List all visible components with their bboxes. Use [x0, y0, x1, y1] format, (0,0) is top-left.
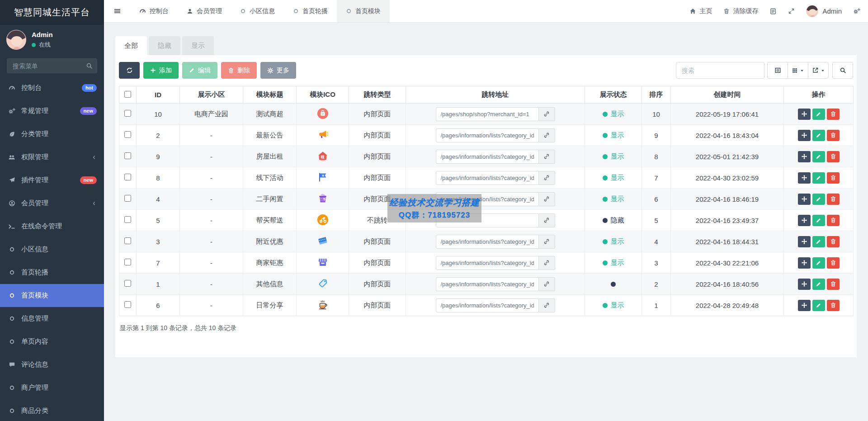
- sidebar-item-7[interactable]: 小区信息: [0, 238, 104, 261]
- sidebar-item-13[interactable]: 商户管理: [0, 376, 104, 399]
- sidebar-item-3[interactable]: 权限管理: [0, 146, 104, 169]
- jump-url-input[interactable]: [436, 213, 539, 227]
- columns-button[interactable]: [788, 62, 808, 79]
- jump-url-input[interactable]: [436, 171, 539, 185]
- jump-url-input[interactable]: [436, 298, 539, 312]
- link-button[interactable]: [539, 107, 555, 121]
- detail-view-button[interactable]: [767, 62, 788, 79]
- link-button[interactable]: [539, 128, 555, 142]
- row-checkbox[interactable]: [124, 110, 131, 117]
- topnav-settings[interactable]: [853, 8, 861, 14]
- row-checkbox[interactable]: [124, 280, 131, 287]
- nav-tab-2[interactable]: 小区信息: [231, 0, 284, 22]
- topnav-language[interactable]: [769, 8, 777, 15]
- status-badge[interactable]: 显示: [603, 174, 624, 182]
- sidebar-item-8[interactable]: 首页轮播: [0, 261, 104, 284]
- row-edit-button[interactable]: [812, 130, 825, 141]
- sidebar-item-11[interactable]: 单页内容: [0, 330, 104, 353]
- row-delete-button[interactable]: [827, 279, 840, 290]
- row-edit-button[interactable]: [812, 215, 825, 226]
- drag-sort-button[interactable]: [798, 109, 811, 120]
- nav-tab-0[interactable]: 控制台: [130, 0, 178, 22]
- select-all-checkbox[interactable]: [124, 91, 131, 98]
- status-badge[interactable]: 隐藏: [603, 216, 624, 225]
- row-edit-button[interactable]: [812, 194, 825, 205]
- more-button[interactable]: 更多: [260, 62, 296, 79]
- link-button[interactable]: [539, 171, 555, 185]
- sidebar-item-4[interactable]: 插件管理 new: [0, 169, 104, 192]
- row-edit-button[interactable]: [812, 172, 825, 184]
- filter-tab-0[interactable]: 全部: [115, 36, 147, 55]
- filter-tab-2[interactable]: 显示: [182, 36, 214, 55]
- drag-sort-button[interactable]: [798, 130, 811, 141]
- status-badge[interactable]: 显示: [603, 237, 624, 246]
- filter-tab-1[interactable]: 隐藏: [149, 36, 180, 55]
- sidebar-search-input[interactable]: [7, 58, 97, 73]
- row-checkbox[interactable]: [124, 259, 131, 265]
- topnav-fullscreen[interactable]: [788, 8, 795, 14]
- topnav-user[interactable]: Admin: [806, 5, 842, 17]
- topnav-home[interactable]: 主页: [689, 7, 712, 15]
- jump-url-input[interactable]: [436, 150, 539, 164]
- nav-tab-3[interactable]: 首页轮播: [284, 0, 337, 22]
- row-delete-button[interactable]: [827, 236, 840, 247]
- row-checkbox[interactable]: [124, 301, 131, 308]
- link-button[interactable]: [539, 298, 555, 312]
- jump-url-input[interactable]: [436, 192, 539, 206]
- drag-sort-button[interactable]: [798, 172, 811, 184]
- row-checkbox[interactable]: [124, 152, 131, 159]
- sidebar-item-5[interactable]: 会员管理: [0, 192, 104, 215]
- row-checkbox[interactable]: [124, 216, 131, 223]
- status-badge[interactable]: 显示: [603, 259, 624, 267]
- row-delete-button[interactable]: [827, 300, 840, 311]
- nav-tab-4[interactable]: 首页模块: [337, 0, 390, 22]
- row-edit-button[interactable]: [812, 257, 825, 269]
- row-delete-button[interactable]: [827, 172, 840, 184]
- nav-tab-1[interactable]: 会员管理: [178, 0, 231, 22]
- row-delete-button[interactable]: [827, 151, 840, 162]
- sidebar-item-10[interactable]: 信息管理: [0, 307, 104, 330]
- status-badge[interactable]: 显示: [603, 131, 624, 140]
- sidebar-item-14[interactable]: 商品分类: [0, 399, 104, 421]
- row-delete-button[interactable]: [827, 130, 840, 141]
- table-search-input[interactable]: [676, 62, 764, 79]
- drag-sort-button[interactable]: [798, 279, 811, 290]
- row-edit-button[interactable]: [812, 300, 825, 311]
- status-badge[interactable]: 显示: [603, 110, 624, 118]
- drag-sort-button[interactable]: [798, 236, 811, 247]
- row-checkbox[interactable]: [124, 237, 131, 244]
- row-delete-button[interactable]: [827, 109, 840, 120]
- search-button[interactable]: [832, 62, 853, 79]
- sidebar-item-1[interactable]: 常规管理 new: [0, 99, 104, 123]
- row-edit-button[interactable]: [812, 151, 825, 162]
- status-badge[interactable]: 显示: [603, 301, 624, 310]
- status-badge[interactable]: 显示: [603, 152, 624, 161]
- jump-url-input[interactable]: [436, 235, 539, 249]
- row-edit-button[interactable]: [812, 109, 825, 120]
- jump-url-input[interactable]: [436, 277, 539, 291]
- row-delete-button[interactable]: [827, 194, 840, 205]
- drag-sort-button[interactable]: [798, 257, 811, 269]
- status-badge[interactable]: [611, 282, 616, 287]
- row-delete-button[interactable]: [827, 257, 840, 269]
- row-edit-button[interactable]: [812, 236, 825, 247]
- status-badge[interactable]: 显示: [603, 195, 624, 203]
- row-edit-button[interactable]: [812, 279, 825, 290]
- drag-sort-button[interactable]: [798, 194, 811, 205]
- sidebar-item-0[interactable]: 控制台 hot: [0, 76, 104, 99]
- sidebar-item-9[interactable]: 首页模块: [0, 284, 104, 307]
- link-button[interactable]: [539, 150, 555, 164]
- row-checkbox[interactable]: [124, 174, 131, 180]
- link-button[interactable]: [539, 235, 555, 249]
- sidebar-item-2[interactable]: 分类管理: [0, 123, 104, 146]
- refresh-button[interactable]: [119, 62, 140, 79]
- row-delete-button[interactable]: [827, 215, 840, 226]
- jump-url-input[interactable]: [436, 256, 539, 270]
- link-button[interactable]: [539, 213, 555, 227]
- link-button[interactable]: [539, 192, 555, 206]
- jump-url-input[interactable]: [436, 128, 539, 142]
- sidebar-item-6[interactable]: 在线命令管理: [0, 215, 104, 238]
- row-checkbox[interactable]: [124, 131, 131, 138]
- drag-sort-button[interactable]: [798, 215, 811, 226]
- menu-toggle-button[interactable]: [104, 0, 130, 22]
